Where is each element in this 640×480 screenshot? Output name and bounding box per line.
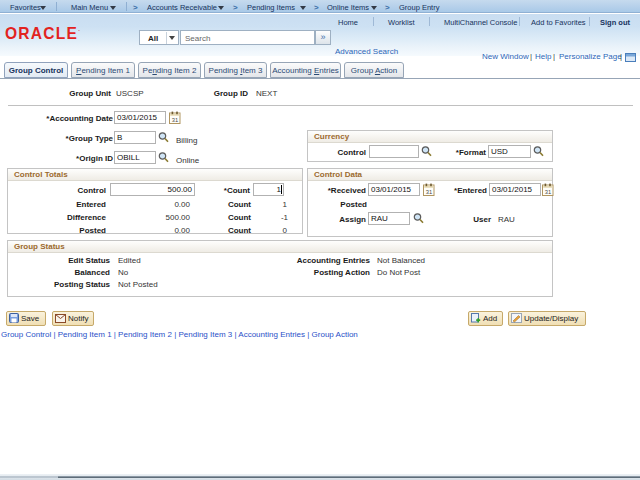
svg-text:31: 31 bbox=[545, 189, 551, 195]
svg-text:31: 31 bbox=[426, 189, 432, 195]
svg-text:31: 31 bbox=[172, 117, 178, 123]
